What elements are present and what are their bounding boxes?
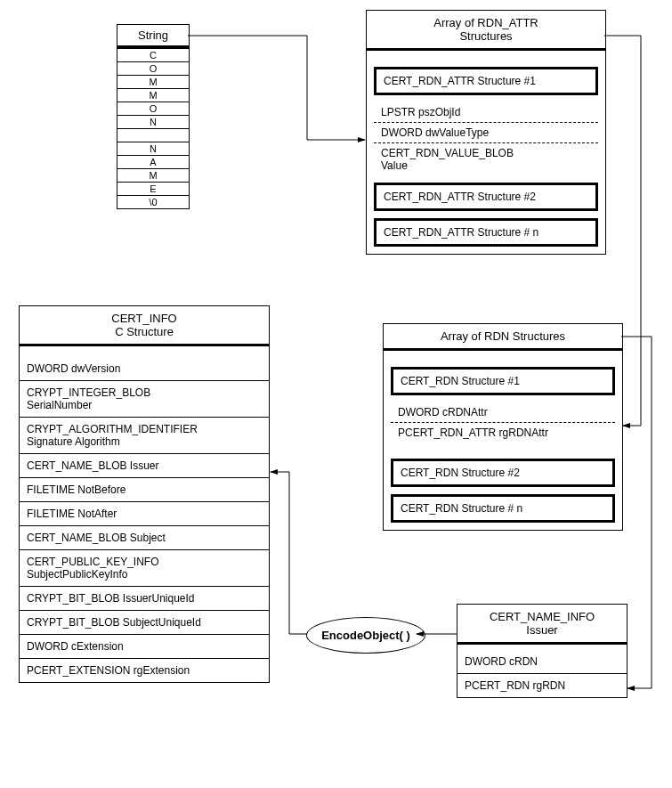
cert-info-row: CRYPT_INTEGER_BLOB SerialNumber <box>20 380 269 417</box>
rdnattr-s2: CERT_RDN_ATTR Structure #2 <box>374 183 598 211</box>
cert-info-row: PCERT_EXTENSION rgExtension <box>20 658 269 682</box>
rdnattr-array: Array of RDN_ATTR Structures CERT_RDN_AT… <box>366 10 606 255</box>
string-title: String <box>117 25 189 48</box>
cert-info-row: CRYPT_ALGORITHM_IDENTIFIER Signature Alg… <box>20 417 269 453</box>
cert-info-row: CERT_NAME_BLOB Subject <box>20 525 269 549</box>
cert-info-row: FILETIME NotAfter <box>20 501 269 525</box>
cert-info-row-issuer: CERT_NAME_BLOB Issuer <box>20 453 269 477</box>
cert-name-info-row: DWORD cRDN <box>457 645 627 673</box>
rdn-s2: CERT_RDN Structure #2 <box>391 459 615 487</box>
cert-name-info: CERT_NAME_INFO Issuer DWORD cRDN PCERT_R… <box>457 604 627 698</box>
encode-object: EncodeObject( ) <box>306 617 425 654</box>
cert-info-row: CRYPT_BIT_BLOB SubjectUniqueId <box>20 610 269 634</box>
string-char: N <box>117 142 189 155</box>
rdn-array: Array of RDN Structures CERT_RDN Structu… <box>383 323 623 531</box>
cert-info-row: FILETIME NotBefore <box>20 477 269 501</box>
cert-info-title: CERT_INFO C Structure <box>20 306 269 346</box>
string-char: C <box>117 48 189 61</box>
rdn-s1: CERT_RDN Structure #1 <box>391 367 615 395</box>
string-char: \0 <box>117 195 189 208</box>
cert-info-row: CRYPT_BIT_BLOB IssuerUniqueId <box>20 586 269 610</box>
cert-info-row: DWORD dwVersion <box>20 346 269 380</box>
rdn-f1: DWORD cRDNAttr <box>391 402 615 422</box>
cert-name-info-row: PCERT_RDN rgRDN <box>457 673 627 697</box>
rdnattr-f2: DWORD dwValueType <box>374 122 598 142</box>
string-char <box>117 128 189 142</box>
rdnattr-s1: CERT_RDN_ATTR Structure #1 <box>374 67 598 95</box>
rdnattr-s3: CERT_RDN_ATTR Structure # n <box>374 218 598 247</box>
string-char: M <box>117 75 189 88</box>
rdn-title: Array of RDN Structures <box>384 324 622 351</box>
string-char: A <box>117 155 189 168</box>
string-char: O <box>117 102 189 115</box>
string-char: O <box>117 61 189 75</box>
string-char: E <box>117 182 189 195</box>
rdn-s3: CERT_RDN Structure # n <box>391 494 615 523</box>
string-table: String C O M M O N N A M E \0 <box>117 24 190 209</box>
cert-info: CERT_INFO C Structure DWORD dwVersion CR… <box>19 305 270 683</box>
cert-info-row: DWORD cExtension <box>20 634 269 658</box>
string-char: M <box>117 88 189 102</box>
string-char: M <box>117 168 189 182</box>
string-char: N <box>117 115 189 128</box>
rdnattr-title: Array of RDN_ATTR Structures <box>367 11 605 51</box>
rdnattr-f1: LPSTR pszObjId <box>374 102 598 122</box>
rdnattr-f3: CERT_RDN_VALUE_BLOB Value <box>374 142 598 175</box>
cert-info-row: CERT_PUBLIC_KEY_INFO SubjectPublicKeyInf… <box>20 549 269 586</box>
rdn-f2: PCERT_RDN_ATTR rgRDNAttr <box>391 422 615 443</box>
cert-name-info-title: CERT_NAME_INFO Issuer <box>457 605 627 645</box>
